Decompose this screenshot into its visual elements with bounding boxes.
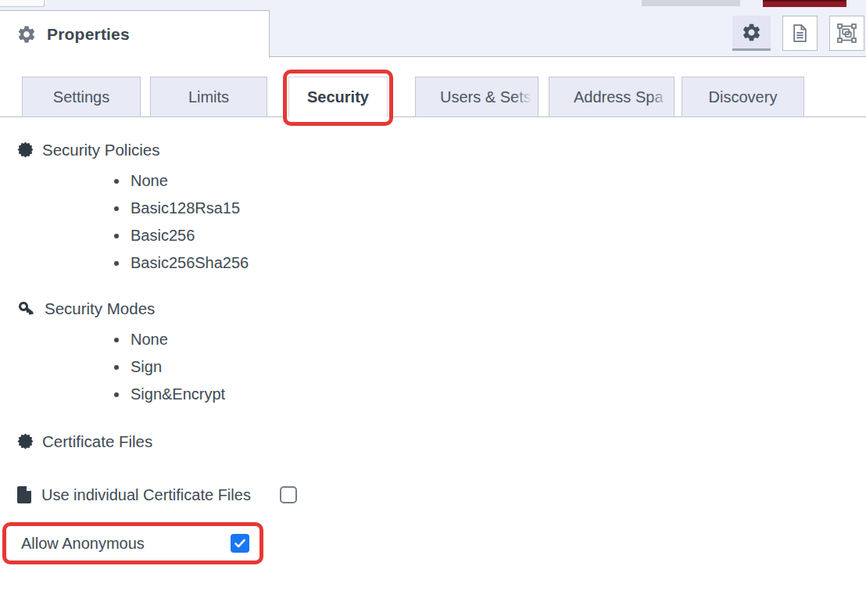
tab-limits[interactable]: Limits [150, 77, 267, 117]
list-item: None [129, 326, 866, 353]
tab-label: Discovery [709, 88, 778, 106]
highlight-box-security-tab: Security [283, 70, 393, 126]
header: Properties [0, 10, 866, 57]
section-security-policies: Security Policies [17, 139, 866, 160]
tab-address-space[interactable]: Address Spa [549, 77, 675, 117]
document-icon [789, 23, 811, 44]
allow-anonymous-checkbox[interactable] [231, 534, 249, 553]
frame-select-button[interactable] [829, 16, 864, 51]
gear-icon [16, 24, 37, 45]
panel-title: Properties [47, 25, 130, 44]
tab-users-settings[interactable]: Users & Sets [415, 77, 539, 117]
partial-button-gray[interactable] [642, 0, 740, 6]
file-icon [17, 486, 33, 503]
top-strip [0, 0, 866, 10]
security-modes-list: None Sign Sign&Encrypt [17, 326, 866, 408]
frame-select-icon [836, 23, 857, 44]
key-icon [17, 299, 36, 318]
tab-discovery[interactable]: Discovery [682, 77, 804, 117]
section-certificate-files: Certificate Files [17, 431, 866, 452]
tab-settings[interactable]: Settings [22, 77, 141, 117]
gear-icon [741, 22, 762, 43]
list-item: None [129, 167, 866, 195]
tab-label: Address Spa [574, 88, 664, 106]
list-item: Basic128Rsa15 [129, 195, 866, 222]
security-policies-list: None Basic128Rsa15 Basic256 Basic256Sha2… [17, 167, 866, 277]
use-individual-cert-files-row: Use individual Certificate Files [17, 483, 866, 507]
list-item: Basic256Sha256 [129, 249, 866, 277]
seal-icon [17, 141, 34, 158]
properties-panel-tab[interactable]: Properties [0, 10, 270, 58]
document-button[interactable] [782, 16, 818, 51]
security-tab-content: Security Policies None Basic128Rsa15 Bas… [0, 139, 866, 564]
seal-icon [17, 433, 34, 449]
tab-label: Limits [188, 88, 229, 106]
list-item: Basic256 [129, 222, 866, 249]
section-title: Security Policies [42, 139, 159, 160]
section-security-modes: Security Modes [17, 298, 866, 319]
partial-button-left[interactable] [0, 0, 45, 7]
option-label: Use individual Certificate Files [41, 486, 251, 504]
tab-label: Security [307, 88, 369, 106]
header-toolbar [732, 16, 864, 51]
highlight-box-allow-anonymous: Allow Anonymous [2, 522, 263, 564]
properties-gear-button[interactable] [732, 16, 771, 51]
option-label: Allow Anonymous [21, 535, 145, 553]
tab-bar: Settings Limits Security Users & Sets Ad… [0, 70, 866, 126]
section-title: Certificate Files [42, 431, 152, 452]
use-individual-cert-files-checkbox[interactable] [280, 486, 297, 503]
tab-security[interactable]: Security [288, 77, 388, 117]
list-item: Sign&Encrypt [129, 381, 866, 408]
partial-button-red[interactable] [763, 0, 846, 7]
tab-label: Users & Sets [440, 88, 531, 106]
tab-label: Settings [53, 88, 109, 106]
section-title: Security Modes [45, 298, 155, 319]
list-item: Sign [129, 353, 866, 381]
